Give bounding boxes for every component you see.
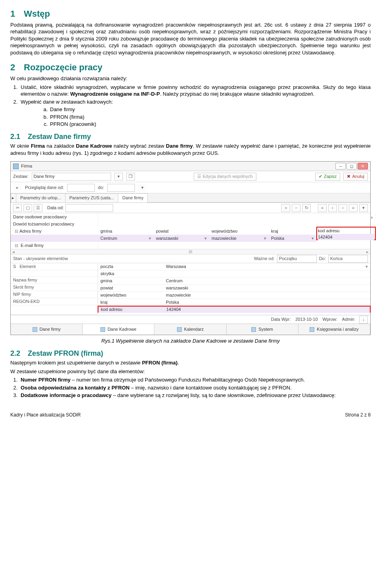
window-minimize-button[interactable]: – xyxy=(335,163,346,170)
tools-icon[interactable]: ✂ xyxy=(13,204,22,212)
adres-firmy-block: ⊟ Adres firmy gmina powiat województwo k… xyxy=(11,227,370,242)
do-input[interactable]: Końca xyxy=(328,255,368,263)
zestaw-dropdown-icon[interactable]: ▾ xyxy=(114,173,123,181)
kv-row[interactable]: województwomazowieckie xyxy=(98,292,370,299)
section-1-heading: 1Wstęp xyxy=(10,8,371,20)
add-icon[interactable]: ＋ xyxy=(281,204,290,212)
list-item-text-c: . Należy przypisać do niej brakujące wła… xyxy=(160,91,314,97)
list-item[interactable]: REGON-EKD xyxy=(11,298,98,305)
list-icon: ☰ xyxy=(197,174,201,179)
tab-label: Parametry ZUS (usta... xyxy=(69,195,114,200)
kod-adresu-highlight: kod adresu 142404 xyxy=(316,227,376,240)
bottom-tab-dane-kadrowe[interactable]: Dane Kadrowe xyxy=(83,324,154,335)
footer-right: Strona 2 z 8 xyxy=(345,412,371,418)
date-from-input[interactable] xyxy=(67,184,95,192)
expand-icon[interactable]: ▸ xyxy=(13,184,22,192)
grid-category-row[interactable]: Dane osobowe pracodawcy ▴ xyxy=(11,213,370,220)
text: . xyxy=(177,360,179,366)
tab-label: Księgowania i analizy xyxy=(317,326,358,332)
list-item-label: NIP firmy xyxy=(13,291,31,297)
section-2-heading: 2Rozpoczęcie pracy xyxy=(10,62,371,73)
dropdown-icon[interactable]: ▾ xyxy=(359,204,368,212)
remove-icon[interactable]: － xyxy=(292,204,300,212)
list-item[interactable]: Skrót firmy xyxy=(11,284,98,291)
kv-row[interactable]: pocztaWarszawa▾ xyxy=(98,263,370,270)
kv-table: pocztaWarszawa▾ skrytka gminaCentrum pow… xyxy=(98,263,370,315)
date-to-input[interactable] xyxy=(107,184,135,192)
kv-row[interactable]: powiatwarszawski xyxy=(98,285,370,292)
section-2-2-heading: 2.2Zestaw PFRON (firma) xyxy=(10,349,371,358)
section-2-number: 2 xyxy=(10,62,24,73)
list-item[interactable]: NIP firmy xyxy=(11,291,98,298)
wazneod-input[interactable]: Początku xyxy=(277,255,317,263)
anuluj-button[interactable]: ✖ Anuluj xyxy=(343,173,368,181)
cell-powiat[interactable]: warszawski▾ xyxy=(154,235,209,242)
kv-row-kod-adresu-highlight[interactable]: kod adresu142404 xyxy=(98,306,371,313)
wprow-value: Admin xyxy=(342,316,354,322)
bottom-tab-kalendarz[interactable]: Kalendarz xyxy=(154,324,226,335)
window-maximize-button[interactable]: ◻ xyxy=(346,163,357,170)
tab-label: Dane Kadrowe xyxy=(108,326,137,332)
kv-row[interactable]: gminaCentrum xyxy=(98,278,370,285)
list-item[interactable]: Nazwa firmy xyxy=(11,277,98,284)
section-2-list: Ustalić, które składniki wynagrodzeń, wy… xyxy=(19,84,371,128)
edycja-button[interactable]: ☰ Edycja danych wspólnych xyxy=(194,173,256,181)
nav-last-icon[interactable]: » xyxy=(349,204,358,212)
kv-row[interactable]: skrytka xyxy=(98,270,370,278)
bottom-tab-dane-firmy[interactable]: Dane firmy xyxy=(11,324,83,335)
list-item: Osoba odpowiedzialna za kontakty z PFRON… xyxy=(19,384,371,391)
zapisz-button[interactable]: ✔ Zapisz xyxy=(315,173,340,181)
text: – dane wybierane są z rozwijanej listy, … xyxy=(112,392,336,398)
tabstrip-top: ▸ Parametry do urlop... Parametry ZUS (u… xyxy=(11,193,370,203)
down-arrow-icon[interactable]: ↓ xyxy=(359,316,368,324)
section-2-intro: W celu prawidłowego działania rozwiązani… xyxy=(10,75,371,82)
list-item: Dodatkowe informacje o pracodawcy – dane… xyxy=(19,392,371,399)
edycja-label: Edycja danych wspólnych xyxy=(203,174,253,179)
check-icon: ✔ xyxy=(319,174,322,179)
grid-category-row[interactable]: ⊟ E-mail firmy xyxy=(11,242,370,249)
toolbar-icon[interactable]: ☰ xyxy=(34,204,42,212)
toolbar-daterange: ▸ Przeglądaj dane od: do: ▾ xyxy=(11,182,370,193)
col-header-s: S Element xyxy=(11,263,98,270)
window-close-button[interactable]: ✕ xyxy=(358,163,368,170)
nav-first-icon[interactable]: « xyxy=(318,204,327,212)
cell-kraj[interactable]: Polska▾ xyxy=(269,235,316,242)
nav-next-icon[interactable]: › xyxy=(339,204,347,212)
tab-parametry-urlop[interactable]: Parametry do urlop... xyxy=(16,193,65,202)
cell-woj[interactable]: mazowieckie▾ xyxy=(209,235,269,242)
text: W oknie xyxy=(10,143,31,149)
section-2-1-number: 2.1 xyxy=(10,132,28,141)
tab-icon xyxy=(251,327,256,332)
tab-dane-firmy[interactable]: Dane firmy xyxy=(118,193,148,202)
section-2-title: Rozpoczęcie pracy xyxy=(24,62,102,72)
page-footer: Kadry i Płace aktualizacja SODiR Strona … xyxy=(10,412,371,418)
tab-handle[interactable]: ▸ xyxy=(11,193,16,202)
section-2-2-list: Numer PFRON firmy – numer ten firma otrz… xyxy=(19,376,371,399)
toolbar-icon[interactable]: ▢ xyxy=(23,204,32,212)
dataod-input[interactable] xyxy=(65,204,113,212)
cell-value: warszawski xyxy=(156,235,178,241)
zestaw-value: Dane firmy xyxy=(34,174,55,179)
kod-adresu-value[interactable]: 142404 xyxy=(318,234,374,240)
element-list: S Element Nazwa firmy Skrót firmy NIP fi… xyxy=(11,263,98,315)
tab-label: Dane firmy xyxy=(122,195,143,200)
tab-icon xyxy=(310,327,314,332)
cell-gmina[interactable]: Centrum▾ xyxy=(98,235,154,242)
refresh-icon[interactable]: ↻ xyxy=(302,204,311,212)
list-item-bold: Wynagrodzenie osiągane na INF-D-P xyxy=(70,91,160,97)
wazneod-value: Początku xyxy=(279,256,297,262)
section-1-number: 1 xyxy=(10,8,24,20)
tab-parametry-zus[interactable]: Parametry ZUS (usta... xyxy=(65,193,118,202)
kv-row[interactable]: krajPolska xyxy=(98,299,370,306)
bottom-tab-ksiegowania[interactable]: Księgowania i analizy xyxy=(298,324,370,335)
zestaw-select[interactable]: Dane firmy xyxy=(32,173,111,181)
category-label: E-mail firmy xyxy=(21,243,44,248)
tree-toggle[interactable]: ⊟ Adres firmy xyxy=(11,227,98,235)
horizontal-scrollbar[interactable]: ◂III▸ xyxy=(11,249,370,254)
text: na zakładce xyxy=(45,143,76,149)
toolbar-icon[interactable]: ❐ xyxy=(126,173,135,181)
dropdown-icon[interactable]: ▾ xyxy=(138,184,147,192)
bottom-tab-system[interactable]: System xyxy=(227,324,298,335)
nav-prev-icon[interactable]: ‹ xyxy=(328,204,337,212)
collapse-icon: ⊟ xyxy=(13,228,19,234)
